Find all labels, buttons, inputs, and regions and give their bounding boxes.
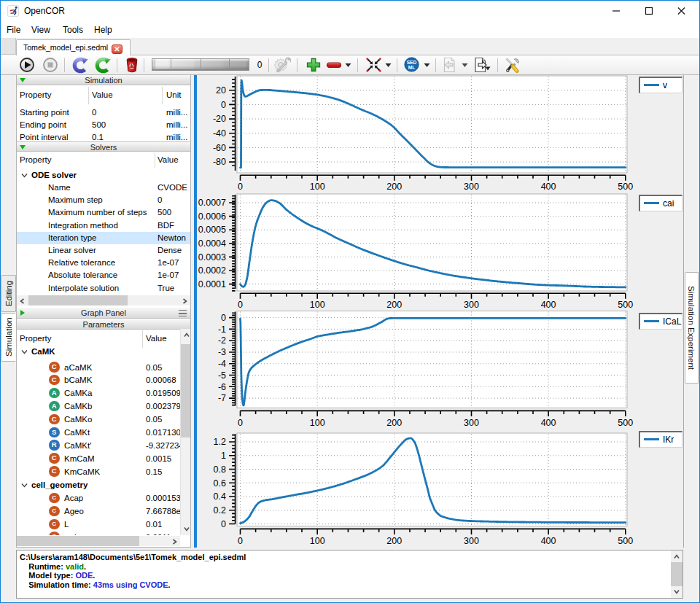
svg-text:0.8: 0.8 bbox=[214, 464, 226, 475]
svg-text:ML: ML bbox=[408, 65, 416, 70]
svg-text:500: 500 bbox=[618, 418, 633, 428]
svg-text:1.2: 1.2 bbox=[214, 437, 226, 447]
svg-text:500: 500 bbox=[618, 182, 633, 192]
svg-text:500: 500 bbox=[618, 300, 633, 310]
svg-text:0.0006: 0.0006 bbox=[198, 211, 226, 222]
svg-text:200: 200 bbox=[386, 182, 402, 192]
svg-text:0.0001: 0.0001 bbox=[198, 279, 226, 289]
svg-text:200: 200 bbox=[386, 418, 402, 428]
svg-text:-1: -1 bbox=[218, 324, 226, 335]
svg-text:300: 300 bbox=[464, 300, 479, 310]
svg-text:100: 100 bbox=[310, 182, 325, 192]
svg-text:-7: -7 bbox=[218, 393, 226, 403]
svg-text:0.2: 0.2 bbox=[214, 505, 226, 516]
svg-text:-6: -6 bbox=[218, 382, 226, 392]
svg-text:200: 200 bbox=[386, 300, 402, 310]
svg-text:200: 200 bbox=[386, 536, 402, 546]
svg-text:-2: -2 bbox=[218, 335, 226, 346]
svg-text:0.0003: 0.0003 bbox=[198, 252, 226, 262]
svg-text:SED: SED bbox=[407, 60, 417, 65]
svg-text:-4: -4 bbox=[218, 359, 226, 369]
svg-text:0: 0 bbox=[238, 536, 243, 546]
svg-text:100: 100 bbox=[310, 418, 325, 428]
svg-text:0.0002: 0.0002 bbox=[198, 265, 226, 276]
svg-text:1: 1 bbox=[221, 451, 226, 461]
svg-text:0: 0 bbox=[238, 182, 243, 192]
svg-text:300: 300 bbox=[464, 418, 479, 428]
svg-text:300: 300 bbox=[464, 182, 479, 192]
svg-text:-80: -80 bbox=[213, 157, 226, 167]
svg-text:400: 400 bbox=[541, 182, 556, 192]
svg-text:-20: -20 bbox=[213, 114, 226, 124]
svg-text:-60: -60 bbox=[213, 143, 226, 153]
svg-text:0: 0 bbox=[221, 519, 226, 529]
svg-text:0.0004: 0.0004 bbox=[198, 238, 226, 249]
svg-text:0: 0 bbox=[221, 313, 226, 323]
svg-text:20: 20 bbox=[216, 85, 226, 96]
svg-text:0: 0 bbox=[238, 300, 243, 310]
svg-text:100: 100 bbox=[310, 300, 325, 310]
svg-text:-40: -40 bbox=[213, 128, 226, 139]
svg-text:-5: -5 bbox=[218, 370, 226, 381]
svg-text:0: 0 bbox=[238, 418, 243, 428]
svg-text:0.0007: 0.0007 bbox=[198, 198, 226, 208]
svg-text:-3: -3 bbox=[218, 347, 226, 357]
svg-text:400: 400 bbox=[541, 418, 556, 428]
svg-text:0: 0 bbox=[221, 100, 226, 110]
svg-text:100: 100 bbox=[310, 536, 325, 546]
svg-text:400: 400 bbox=[541, 536, 556, 546]
svg-text:300: 300 bbox=[464, 536, 479, 546]
svg-text:0.6: 0.6 bbox=[214, 478, 226, 489]
svg-text:400: 400 bbox=[541, 300, 556, 310]
svg-text:0.4: 0.4 bbox=[214, 491, 226, 502]
svg-text:500: 500 bbox=[618, 536, 633, 546]
svg-text:0.0005: 0.0005 bbox=[198, 225, 226, 235]
